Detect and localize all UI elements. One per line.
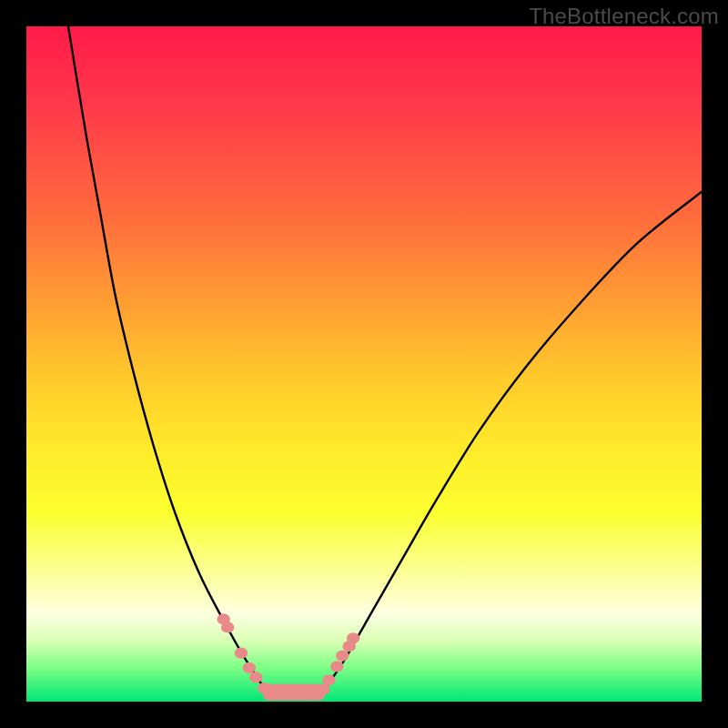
bottom-bar [263, 684, 325, 701]
curve-marker [336, 650, 349, 661]
watermark-text: TheBottleneck.com [529, 4, 719, 29]
curves-svg [26, 26, 702, 702]
chart-frame: TheBottleneck.com [0, 0, 728, 728]
plot-area [26, 26, 702, 702]
curve-marker [221, 622, 234, 632]
curve-marker [249, 672, 262, 682]
curve-marker [330, 661, 343, 672]
curve-marker [322, 674, 335, 685]
right-curve [323, 192, 702, 691]
curve-marker [347, 632, 359, 643]
curve-marker [235, 647, 248, 658]
curve-markers [217, 613, 359, 694]
left-curve [68, 26, 266, 691]
curve-marker [243, 662, 256, 673]
